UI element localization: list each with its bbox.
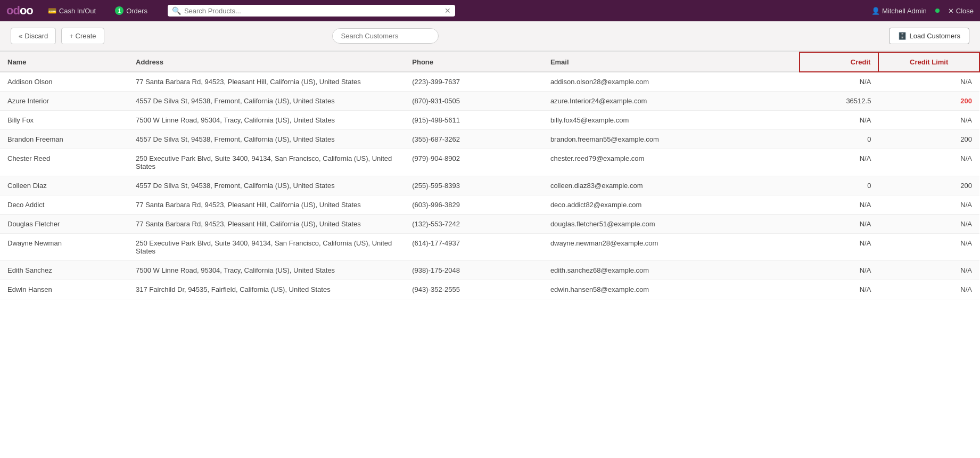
col-header-credit-limit: Credit Limit	[878, 52, 979, 72]
clear-search-icon[interactable]: ✕	[444, 6, 451, 15]
product-search-bar[interactable]: 🔍 ✕	[168, 5, 455, 17]
cell-credit: N/A	[800, 111, 878, 130]
cell-address: 77 Santa Barbara Rd, 94523, Pleasant Hil…	[128, 215, 405, 234]
cell-credit-limit: N/A	[878, 215, 979, 234]
odoo-logo[interactable]: odoo	[6, 4, 33, 18]
load-customers-button[interactable]: 🗄️ Load Customers	[889, 28, 969, 44]
cell-phone: (223)-399-7637	[405, 72, 543, 92]
table-row[interactable]: Colleen Diaz4557 De Silva St, 94538, Fre…	[0, 176, 979, 195]
cell-email: addison.olson28@example.com	[543, 72, 800, 92]
cell-address: 317 Fairchild Dr, 94535, Fairfield, Cali…	[128, 280, 405, 299]
cell-phone: (979)-904-8902	[405, 149, 543, 176]
cell-address: 4557 De Silva St, 94538, Fremont, Califo…	[128, 176, 405, 195]
search-products-input[interactable]	[184, 7, 441, 15]
cell-credit-limit: N/A	[878, 111, 979, 130]
table-row[interactable]: Billy Fox7500 W Linne Road, 95304, Tracy…	[0, 111, 979, 130]
cell-name: Chester Reed	[0, 149, 128, 176]
table-row[interactable]: Edith Sanchez7500 W Linne Road, 95304, T…	[0, 261, 979, 280]
cell-credit: N/A	[800, 234, 878, 261]
user-icon: 👤	[871, 7, 880, 15]
table-row[interactable]: Addison Olson77 Santa Barbara Rd, 94523,…	[0, 72, 979, 92]
search-icon: 🔍	[172, 6, 181, 15]
cell-name: Colleen Diaz	[0, 176, 128, 195]
cell-name: Edith Sanchez	[0, 261, 128, 280]
topbar-right: 👤 Mitchell Admin ✕ Close	[871, 7, 974, 15]
table-header-row: Name Address Phone Email Credit Credit L…	[0, 52, 979, 72]
table-row[interactable]: Azure Interior4557 De Silva St, 94538, F…	[0, 92, 979, 111]
cell-credit: N/A	[800, 195, 878, 215]
cell-name: Dwayne Newman	[0, 234, 128, 261]
cell-phone: (355)-687-3262	[405, 130, 543, 149]
cell-address: 250 Executive Park Blvd, Suite 3400, 941…	[128, 234, 405, 261]
cell-credit-limit: N/A	[878, 234, 979, 261]
orders-nav[interactable]: 1 Orders	[111, 4, 152, 17]
cell-phone: (870)-931-0505	[405, 92, 543, 111]
cell-credit: N/A	[800, 280, 878, 299]
search-customers-input[interactable]	[332, 28, 439, 44]
cell-name: Azure Interior	[0, 92, 128, 111]
close-icon: ✕	[948, 7, 954, 15]
database-icon: 🗄️	[898, 32, 907, 40]
cell-address: 250 Executive Park Blvd, Suite 3400, 941…	[128, 149, 405, 176]
cell-name: Billy Fox	[0, 111, 128, 130]
col-header-email: Email	[543, 52, 800, 72]
cell-name: Brandon Freeman	[0, 130, 128, 149]
cell-credit-limit: N/A	[878, 195, 979, 215]
cell-credit: 0	[800, 176, 878, 195]
cell-phone: (132)-553-7242	[405, 215, 543, 234]
cell-address: 7500 W Linne Road, 95304, Tracy, Califor…	[128, 261, 405, 280]
cell-address: 77 Santa Barbara Rd, 94523, Pleasant Hil…	[128, 195, 405, 215]
discard-button[interactable]: « Discard	[11, 28, 56, 44]
cell-email: chester.reed79@example.com	[543, 149, 800, 176]
cell-email: brandon.freeman55@example.com	[543, 130, 800, 149]
table-row[interactable]: Edwin Hansen317 Fairchild Dr, 94535, Fai…	[0, 280, 979, 299]
cell-name: Addison Olson	[0, 72, 128, 92]
orders-badge: 1	[115, 6, 123, 15]
cell-phone: (915)-498-5611	[405, 111, 543, 130]
table-row[interactable]: Brandon Freeman4557 De Silva St, 94538, …	[0, 130, 979, 149]
cell-address: 7500 W Linne Road, 95304, Tracy, Califor…	[128, 111, 405, 130]
topbar: odoo 💳 Cash In/Out 1 Orders 🔍 ✕ 👤 Mitche…	[0, 0, 980, 21]
status-indicator	[935, 9, 940, 13]
cell-credit-limit: 200	[878, 130, 979, 149]
cell-name: Edwin Hansen	[0, 280, 128, 299]
cell-credit-limit: N/A	[878, 72, 979, 92]
cell-email: douglas.fletcher51@example.com	[543, 215, 800, 234]
user-menu[interactable]: 👤 Mitchell Admin	[871, 7, 927, 15]
cell-credit-limit: N/A	[878, 280, 979, 299]
table-row[interactable]: Douglas Fletcher77 Santa Barbara Rd, 945…	[0, 215, 979, 234]
cell-address: 4557 De Silva St, 94538, Fremont, Califo…	[128, 92, 405, 111]
table-row[interactable]: Chester Reed250 Executive Park Blvd, Sui…	[0, 149, 979, 176]
cell-address: 77 Santa Barbara Rd, 94523, Pleasant Hil…	[128, 72, 405, 92]
col-header-address: Address	[128, 52, 405, 72]
close-button[interactable]: ✕ Close	[948, 7, 974, 15]
table-body: Addison Olson77 Santa Barbara Rd, 94523,…	[0, 72, 979, 299]
cell-credit-limit: 200	[878, 92, 979, 111]
cell-credit-limit: N/A	[878, 261, 979, 280]
cash-in-out-nav[interactable]: 💳 Cash In/Out	[44, 5, 100, 17]
cell-phone: (614)-177-4937	[405, 234, 543, 261]
cell-email: dwayne.newman28@example.com	[543, 234, 800, 261]
create-button[interactable]: + Create	[61, 28, 104, 44]
cell-email: edwin.hansen58@example.com	[543, 280, 800, 299]
cell-credit: 36512.5	[800, 92, 878, 111]
cell-phone: (603)-996-3829	[405, 195, 543, 215]
cell-email: azure.Interior24@example.com	[543, 92, 800, 111]
cell-credit: N/A	[800, 215, 878, 234]
cell-email: deco.addict82@example.com	[543, 195, 800, 215]
search-customers-wrap	[332, 28, 439, 44]
cell-email: edith.sanchez68@example.com	[543, 261, 800, 280]
col-header-phone: Phone	[405, 52, 543, 72]
col-header-name: Name	[0, 52, 128, 72]
cell-address: 4557 De Silva St, 94538, Fremont, Califo…	[128, 130, 405, 149]
table-row[interactable]: Dwayne Newman250 Executive Park Blvd, Su…	[0, 234, 979, 261]
cell-email: billy.fox45@example.com	[543, 111, 800, 130]
cell-credit: N/A	[800, 149, 878, 176]
table-row[interactable]: Deco Addict77 Santa Barbara Rd, 94523, P…	[0, 195, 979, 215]
cell-credit: N/A	[800, 72, 878, 92]
cell-name: Deco Addict	[0, 195, 128, 215]
cell-phone: (938)-175-2048	[405, 261, 543, 280]
cell-name: Douglas Fletcher	[0, 215, 128, 234]
status-dot	[935, 9, 940, 13]
cell-email: colleen.diaz83@example.com	[543, 176, 800, 195]
